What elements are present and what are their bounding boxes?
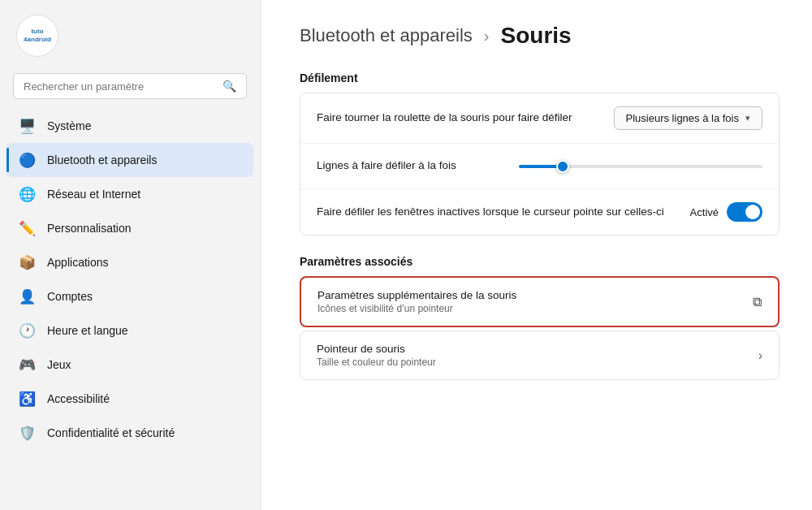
assoc-section-title: Paramètres associés xyxy=(300,255,780,268)
supplementaires-title: Paramètres supplémentaires de la souris xyxy=(317,289,516,301)
chevron-down-icon: ▾ xyxy=(745,113,750,123)
sidebar-item-bluetooth[interactable]: 🔵 Bluetooth et appareils xyxy=(6,143,253,177)
breadcrumb-separator: › xyxy=(484,27,490,45)
search-box[interactable]: 🔍 xyxy=(13,73,247,99)
pointeur-card[interactable]: Pointeur de souris Taille et couleur du … xyxy=(300,331,780,380)
inactive-scroll-toggle[interactable] xyxy=(727,202,762,222)
supplementaires-row[interactable]: Paramètres supplémentaires de la souris … xyxy=(301,278,778,326)
pointeur-title: Pointeur de souris xyxy=(317,343,436,355)
defilement-section-title: Défilement xyxy=(300,71,780,84)
sidebar-item-label: Personnalisation xyxy=(47,222,132,235)
access-icon: ♿ xyxy=(18,390,36,408)
inactive-scroll-toggle-group: Activé xyxy=(690,202,762,222)
scroll-mode-row: Faire tourner la roulette de la souris p… xyxy=(300,93,779,144)
sidebar-item-label: Jeux xyxy=(47,358,71,371)
sidebar-item-access[interactable]: ♿ Accessibilité xyxy=(6,382,253,416)
scroll-lines-slider[interactable] xyxy=(519,165,762,168)
pointeur-text: Pointeur de souris Taille et couleur du … xyxy=(317,343,436,368)
nav-list: 🖥️ Système 🔵 Bluetooth et appareils 🌐 Ré… xyxy=(0,109,260,510)
logo-text: tuto4android xyxy=(24,28,51,43)
scroll-lines-row: Lignes à faire défiler à la fois xyxy=(300,144,779,189)
dropdown-value: Plusieurs lignes à la fois xyxy=(626,112,739,124)
systeme-icon: 🖥️ xyxy=(18,117,36,135)
sidebar-item-label: Comptes xyxy=(47,290,93,303)
chevron-right-icon: › xyxy=(758,348,762,363)
breadcrumb-parent: Bluetooth et appareils xyxy=(300,25,473,46)
bluetooth-icon: 🔵 xyxy=(18,151,36,169)
heure-icon: 🕐 xyxy=(18,322,36,339)
sidebar-item-heure[interactable]: 🕐 Heure et langue xyxy=(6,313,253,348)
external-link-icon: ⧉ xyxy=(753,295,762,309)
sidebar-item-apps[interactable]: 📦 Applications xyxy=(6,245,253,279)
apps-icon: 📦 xyxy=(18,253,36,271)
logo-area: tuto4android xyxy=(0,0,260,67)
pointeur-row[interactable]: Pointeur de souris Taille et couleur du … xyxy=(300,331,779,379)
sidebar-item-perso[interactable]: ✏️ Personnalisation xyxy=(6,211,253,245)
sidebar-item-systeme[interactable]: 🖥️ Système xyxy=(6,109,253,143)
inactive-scroll-label: Faire défiler les fenêtres inactives lor… xyxy=(317,205,664,220)
sidebar-item-reseau[interactable]: 🌐 Réseau et Internet xyxy=(6,177,253,211)
slider-track xyxy=(519,165,762,168)
supplementaires-subtitle: Icônes et visibilité d’un pointeur xyxy=(317,303,516,314)
jeux-icon: 🎮 xyxy=(18,356,36,374)
scroll-mode-dropdown[interactable]: Plusieurs lignes à la fois ▾ xyxy=(614,106,762,130)
page-header: Bluetooth et appareils › Souris xyxy=(300,23,780,49)
slider-thumb[interactable] xyxy=(556,160,569,173)
pointeur-subtitle: Taille et couleur du pointeur xyxy=(317,357,436,368)
perso-icon: ✏️ xyxy=(18,219,36,237)
sidebar-item-label: Heure et langue xyxy=(47,324,128,337)
sidebar-item-label: Confidentialité et sécurité xyxy=(47,426,175,439)
search-icon: 🔍 xyxy=(222,80,236,93)
scroll-mode-label: Faire tourner la roulette de la souris p… xyxy=(317,110,572,126)
supplementaires-card[interactable]: Paramètres supplémentaires de la souris … xyxy=(300,276,780,327)
search-input[interactable] xyxy=(24,80,216,93)
sidebar-item-label: Applications xyxy=(47,256,109,269)
sidebar-item-confidentialite[interactable]: 🛡️ Confidentialité et sécurité xyxy=(6,416,253,450)
page-title: Souris xyxy=(501,23,572,49)
sidebar: tuto4android 🔍 🖥️ Système 🔵 Bluetooth et… xyxy=(0,0,260,510)
scroll-lines-label: Lignes à faire défiler à la fois xyxy=(317,158,456,174)
reseau-icon: 🌐 xyxy=(18,185,36,203)
sidebar-item-label: Système xyxy=(47,119,91,132)
sidebar-item-jeux[interactable]: 🎮 Jeux xyxy=(6,348,253,382)
sidebar-item-label: Accessibilité xyxy=(47,392,110,405)
inactive-scroll-row: Faire défiler les fenêtres inactives lor… xyxy=(300,189,779,235)
sidebar-item-label: Bluetooth et appareils xyxy=(47,153,157,166)
toggle-status-label: Activé xyxy=(690,206,719,218)
supplementaires-text: Paramètres supplémentaires de la souris … xyxy=(317,289,516,314)
comptes-icon: 👤 xyxy=(18,287,36,305)
toggle-knob xyxy=(745,205,760,219)
logo: tuto4android xyxy=(16,15,58,57)
main-content: Bluetooth et appareils › Souris Défileme… xyxy=(260,0,812,510)
sidebar-item-label: Réseau et Internet xyxy=(47,188,140,201)
confidentialite-icon: 🛡️ xyxy=(18,424,36,442)
defilement-card: Faire tourner la roulette de la souris p… xyxy=(300,93,780,236)
sidebar-item-comptes[interactable]: 👤 Comptes xyxy=(6,279,253,313)
